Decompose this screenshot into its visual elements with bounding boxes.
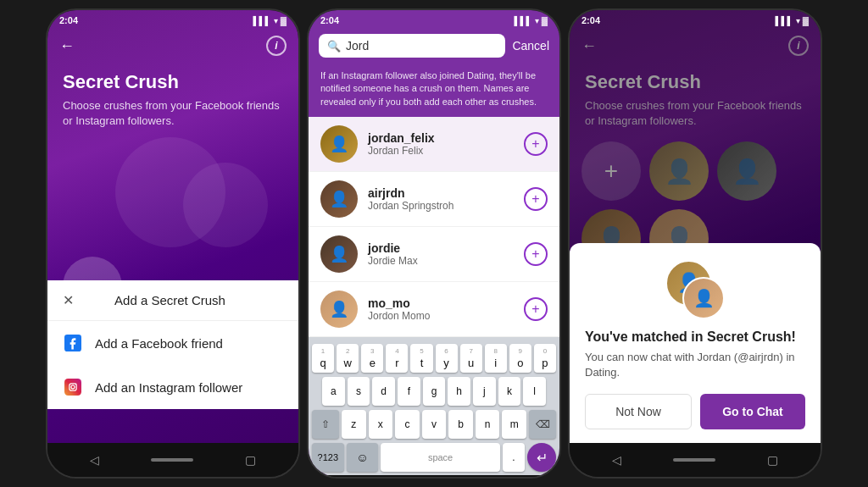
- signal-icon-2: ▌▌▌: [514, 16, 531, 25]
- key-shift[interactable]: ⇧: [312, 410, 339, 439]
- person-icon-mo-mo: 👤: [330, 300, 348, 318]
- wifi-icon-2: ▾: [535, 16, 539, 25]
- key-e[interactable]: 3e: [361, 344, 383, 373]
- match-modal: 👤 👤 You've matched in Secret Crush! You …: [570, 243, 821, 443]
- key-period[interactable]: .: [503, 443, 525, 472]
- result-name-mo-mo: mo_mo: [368, 296, 514, 310]
- phone3-background: 2:04 ▌▌▌ ▾ ▓ ← i Secret Crush Choose cru…: [570, 10, 821, 443]
- add-facebook-friend-item[interactable]: Add a Facebook friend: [47, 321, 298, 365]
- search-result-mo-mo[interactable]: 👤 mo_mo Jordon Momo +: [309, 282, 559, 337]
- key-backspace[interactable]: ⌫: [529, 410, 556, 439]
- key-num-switch[interactable]: ?123: [312, 443, 344, 472]
- add-instagram-follower-item[interactable]: Add an Instagram follower: [47, 365, 298, 409]
- nav-back-icon-2[interactable]: ◁: [351, 475, 360, 479]
- result-name-airjrdn: airjrdn: [368, 186, 514, 200]
- key-q[interactable]: 1q: [312, 344, 334, 373]
- close-bottom-sheet-button[interactable]: ✕: [63, 292, 74, 308]
- key-enter[interactable]: ↵: [527, 443, 556, 472]
- info-button-1[interactable]: i: [266, 36, 287, 56]
- person-icon-airjrdn: 👤: [330, 190, 348, 208]
- key-a[interactable]: a: [322, 377, 345, 406]
- status-icons-3: ▌▌▌ ▾ ▓: [775, 16, 809, 25]
- key-g[interactable]: g: [423, 377, 446, 406]
- phone1-background: 2:04 ▌▌▌ ▾ ▓ ← i Secret Crush Choose cru…: [47, 10, 298, 443]
- result-handle-airjrdn: Jordan Springstroh: [368, 200, 514, 212]
- result-info-mo-mo: mo_mo Jordon Momo: [368, 296, 514, 322]
- facebook-icon: [63, 333, 83, 353]
- key-j[interactable]: j: [473, 377, 496, 406]
- nav-back-icon-1[interactable]: ◁: [90, 453, 99, 467]
- result-name-jordan-felix: jordan_felix: [368, 131, 514, 145]
- key-o[interactable]: 9o: [509, 344, 531, 373]
- status-icons-1: ▌▌▌ ▾ ▓: [253, 16, 287, 25]
- go-to-chat-button[interactable]: Go to Chat: [700, 394, 805, 429]
- result-info-jordie: jordie Jordie Max: [368, 241, 514, 267]
- svg-point-4: [75, 384, 76, 385]
- key-p[interactable]: 0p: [534, 344, 556, 373]
- key-h[interactable]: h: [448, 377, 470, 406]
- phones-container: 2:04 ▌▌▌ ▾ ▓ ← i Secret Crush Choose cru…: [37, 0, 831, 487]
- search-icon: 🔍: [327, 40, 341, 53]
- result-handle-mo-mo: Jordon Momo: [368, 310, 514, 322]
- add-button-jordan-felix[interactable]: +: [524, 132, 548, 156]
- nav-square-icon-2[interactable]: ▢: [506, 475, 517, 479]
- search-input-box[interactable]: 🔍 Jord: [319, 34, 505, 58]
- bottom-sheet-title: Add a Secret Crush: [74, 293, 266, 307]
- wifi-icon: ▾: [274, 16, 278, 25]
- avatar-jordie: 👤: [320, 235, 358, 273]
- nav-square-icon-3[interactable]: ▢: [767, 453, 778, 467]
- avatar-mo-mo: 👤: [320, 291, 358, 328]
- person-icon-jordie: 👤: [330, 245, 348, 263]
- not-now-button[interactable]: Not Now: [585, 394, 692, 429]
- keyboard: 1q 2w 3e 4r 5t 6y 7u 8i 9o 0p a s d f: [309, 337, 559, 475]
- key-m[interactable]: m: [502, 410, 526, 439]
- key-emoji[interactable]: ☺: [347, 443, 379, 472]
- match-title: You've matched in Secret Crush!: [585, 329, 805, 345]
- key-b[interactable]: b: [448, 410, 473, 439]
- avatar-airjrdn: 👤: [320, 180, 358, 218]
- avatar-jordan-felix: 👤: [320, 125, 358, 163]
- search-result-jordan-felix[interactable]: 👤 jordan_felix Jordan Felix +: [309, 117, 559, 172]
- key-r[interactable]: 4r: [386, 344, 408, 373]
- nav-square-icon-1[interactable]: ▢: [245, 453, 256, 467]
- status-bar-2: 2:04 ▌▌▌ ▾ ▓: [309, 10, 559, 29]
- add-facebook-friend-label: Add a Facebook friend: [95, 336, 223, 351]
- search-input[interactable]: Jord: [346, 39, 369, 53]
- add-button-jordie[interactable]: +: [524, 242, 548, 266]
- key-v[interactable]: v: [422, 410, 447, 439]
- nav-home-indicator-1[interactable]: [151, 458, 193, 462]
- key-n[interactable]: n: [476, 410, 500, 439]
- key-c[interactable]: c: [395, 410, 420, 439]
- battery-icon-2: ▓: [542, 16, 548, 25]
- deco-circle-2: [183, 163, 268, 247]
- key-w[interactable]: 2w: [337, 344, 359, 373]
- key-x[interactable]: x: [369, 410, 393, 439]
- key-d[interactable]: d: [372, 377, 395, 406]
- key-space[interactable]: space: [381, 443, 500, 472]
- search-cancel-button[interactable]: Cancel: [512, 39, 549, 53]
- key-i[interactable]: 8i: [485, 344, 507, 373]
- result-info-airjrdn: airjrdn Jordan Springstroh: [368, 186, 514, 212]
- nav-home-indicator-3[interactable]: [673, 458, 715, 462]
- keyboard-row-2: a s d f g h j k l: [312, 377, 556, 406]
- status-time-3: 2:04: [581, 15, 600, 25]
- key-s[interactable]: s: [348, 377, 370, 406]
- phone-2: 2:04 ▌▌▌ ▾ ▓ 🔍 Jord Cancel If an Instagr…: [307, 8, 561, 479]
- key-z[interactable]: z: [342, 410, 366, 439]
- key-l[interactable]: l: [523, 377, 546, 406]
- key-u[interactable]: 7u: [460, 344, 482, 373]
- battery-icon: ▓: [281, 16, 287, 25]
- search-result-airjrdn[interactable]: 👤 airjrdn Jordan Springstroh +: [309, 172, 559, 227]
- key-f[interactable]: f: [398, 377, 420, 406]
- search-result-jordie[interactable]: 👤 jordie Jordie Max +: [309, 227, 559, 282]
- back-button-1[interactable]: ←: [59, 37, 75, 55]
- status-icons-2: ▌▌▌ ▾ ▓: [514, 16, 548, 25]
- add-button-airjrdn[interactable]: +: [524, 187, 548, 211]
- phone-3: 2:04 ▌▌▌ ▾ ▓ ← i Secret Crush Choose cru…: [568, 8, 822, 479]
- nav-back-icon-3[interactable]: ◁: [612, 453, 621, 467]
- key-t[interactable]: 5t: [410, 344, 432, 373]
- key-y[interactable]: 6y: [436, 344, 458, 373]
- add-button-mo-mo[interactable]: +: [524, 297, 548, 321]
- key-k[interactable]: k: [498, 377, 521, 406]
- svg-rect-1: [64, 379, 81, 396]
